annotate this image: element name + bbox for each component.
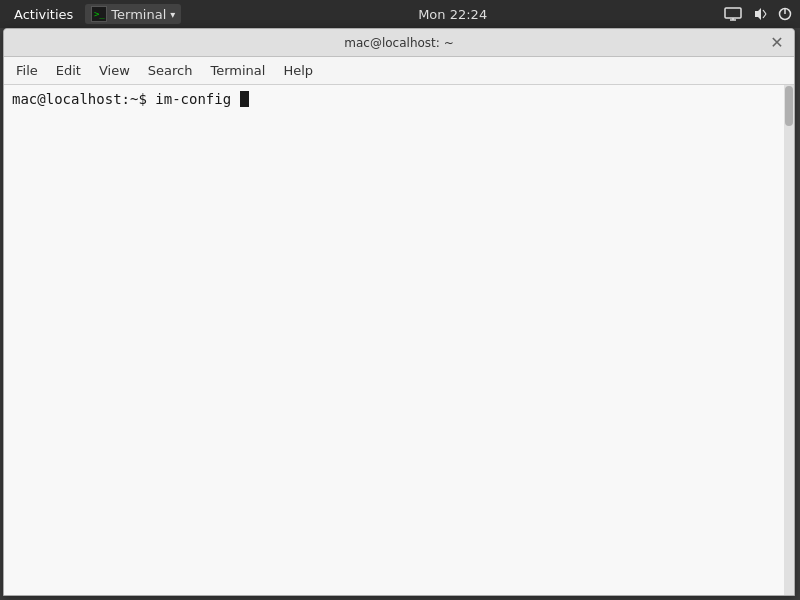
- power-icon[interactable]: [778, 7, 792, 21]
- terminal-app-label: Terminal: [111, 7, 166, 22]
- sound-icon[interactable]: [752, 7, 768, 21]
- menu-file[interactable]: File: [8, 60, 46, 81]
- menu-bar: File Edit View Search Terminal Help: [4, 57, 794, 85]
- activities-button[interactable]: Activities: [8, 5, 79, 24]
- terminal-dropdown-arrow: ▾: [170, 9, 175, 20]
- terminal-prompt: mac@localhost:~$: [12, 91, 155, 107]
- svg-rect-0: [725, 8, 741, 18]
- scrollbar-thumb[interactable]: [785, 86, 793, 126]
- menu-help[interactable]: Help: [275, 60, 321, 81]
- terminal-app-icon: >_: [91, 6, 107, 22]
- monitor-icon[interactable]: [724, 7, 742, 21]
- terminal-command: im-config: [155, 91, 239, 107]
- terminal-content[interactable]: mac@localhost:~$ im-config: [4, 85, 794, 595]
- system-bar-right: [724, 7, 792, 21]
- menu-view[interactable]: View: [91, 60, 138, 81]
- system-bar: Activities >_ Terminal ▾ Mon 22:24: [0, 0, 800, 28]
- svg-marker-3: [755, 8, 761, 20]
- terminal-line: mac@localhost:~$ im-config: [12, 91, 786, 107]
- terminal-cursor: [240, 91, 249, 107]
- svg-line-4: [763, 10, 766, 14]
- title-bar: mac@localhost: ~ ✕: [4, 29, 794, 57]
- scrollbar[interactable]: [784, 85, 794, 595]
- menu-search[interactable]: Search: [140, 60, 201, 81]
- svg-line-5: [763, 14, 766, 18]
- system-bar-left: Activities >_ Terminal ▾: [8, 4, 181, 24]
- menu-edit[interactable]: Edit: [48, 60, 89, 81]
- terminal-app-button[interactable]: >_ Terminal ▾: [85, 4, 181, 24]
- terminal-window: mac@localhost: ~ ✕ File Edit View Search…: [3, 28, 795, 596]
- system-clock[interactable]: Mon 22:24: [418, 7, 487, 22]
- close-button[interactable]: ✕: [768, 34, 786, 52]
- menu-terminal[interactable]: Terminal: [202, 60, 273, 81]
- window-title: mac@localhost: ~: [344, 36, 453, 50]
